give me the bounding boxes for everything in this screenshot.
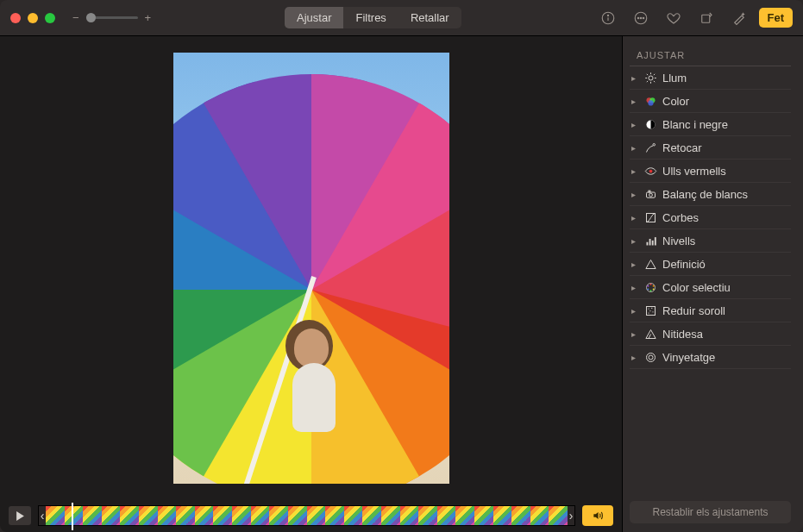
- svg-point-39: [648, 308, 649, 309]
- rotate-icon[interactable]: [693, 7, 719, 29]
- svg-line-44: [649, 334, 651, 338]
- chevron-right-icon: ▸: [631, 283, 638, 292]
- svg-point-5: [640, 17, 642, 19]
- reset-adjustments-button[interactable]: Restablir els ajustaments: [630, 501, 791, 523]
- adjust-label: Vinyetatge: [662, 351, 789, 364]
- svg-point-33: [652, 285, 654, 286]
- adjust-label: Nivells: [662, 235, 789, 247]
- maximize-window-button[interactable]: [45, 13, 55, 23]
- svg-point-4: [637, 17, 639, 19]
- selectivecolor-icon: [643, 280, 657, 294]
- filmstrip[interactable]: ‹ ›: [38, 505, 575, 526]
- trim-handle-left[interactable]: ‹: [39, 506, 46, 525]
- svg-point-21: [653, 143, 656, 146]
- bw-icon: [643, 117, 657, 131]
- svg-line-16: [653, 73, 654, 74]
- adjust-label: Llum: [662, 72, 789, 84]
- svg-point-36: [647, 288, 649, 290]
- chevron-right-icon: ▸: [631, 143, 638, 153]
- svg-point-46: [649, 355, 653, 360]
- adjust-row-redeye[interactable]: ▸Ulls vermells: [630, 160, 791, 183]
- svg-point-24: [649, 193, 652, 197]
- chevron-right-icon: ▸: [631, 236, 638, 246]
- adjust-row-light[interactable]: ▸Llum: [630, 66, 791, 90]
- adjust-label: Blanc i negre: [662, 118, 789, 131]
- color-icon: [643, 94, 657, 108]
- chevron-right-icon: ▸: [631, 190, 638, 199]
- more-icon[interactable]: [628, 7, 654, 29]
- vignette-icon: [643, 350, 657, 364]
- adjust-row-retouch[interactable]: ▸Retocar: [630, 136, 791, 160]
- adjust-row-whitebalance[interactable]: ▸Balanç de blancs: [630, 183, 791, 206]
- adjust-label: Corbes: [662, 211, 789, 224]
- tab-adjust[interactable]: Ajustar: [285, 7, 343, 28]
- adjust-row-curves[interactable]: ▸Corbes: [630, 206, 791, 229]
- done-button[interactable]: Fet: [759, 8, 794, 28]
- curves-icon: [643, 210, 657, 224]
- adjust-panel: AJUSTAR ▸Llum▸Color▸Blanc i negre▸Retoca…: [622, 36, 803, 532]
- canvas-area: ‹ ›: [0, 36, 622, 532]
- zoom-slider[interactable]: [86, 16, 138, 19]
- adjust-label: Definició: [662, 258, 789, 271]
- adjust-label: Color: [662, 95, 789, 108]
- svg-point-35: [649, 290, 651, 291]
- zoom-out-icon[interactable]: −: [72, 11, 79, 24]
- toolbar-right: Fet: [595, 7, 794, 29]
- zoom-in-icon[interactable]: +: [145, 11, 152, 24]
- svg-rect-25: [649, 191, 650, 192]
- filmstrip-frames[interactable]: [46, 506, 568, 525]
- adjust-row-sharpen[interactable]: ▸Nitidesa: [630, 322, 791, 346]
- tab-crop[interactable]: Retallar: [398, 7, 461, 28]
- sharpen-icon: [643, 327, 657, 341]
- chevron-right-icon: ▸: [631, 260, 638, 269]
- retouch-icon: [643, 141, 657, 154]
- svg-point-2: [607, 15, 608, 16]
- adjust-label: Ulls vermells: [662, 165, 789, 178]
- window-controls: [10, 13, 55, 23]
- chevron-right-icon: ▸: [631, 329, 638, 339]
- playhead[interactable]: [72, 503, 73, 530]
- auto-enhance-icon[interactable]: [726, 7, 752, 29]
- svg-point-37: [647, 285, 649, 286]
- adjust-label: Nitidesa: [662, 328, 789, 341]
- photo[interactable]: [173, 53, 449, 484]
- close-window-button[interactable]: [10, 13, 21, 23]
- panel-title: AJUSTAR: [630, 45, 791, 66]
- play-button[interactable]: [9, 506, 31, 525]
- zoom-control: − +: [72, 11, 151, 24]
- adjust-row-noise[interactable]: ▸Reduir soroll: [630, 299, 791, 322]
- favorite-icon[interactable]: [661, 7, 687, 29]
- adjustments-list: ▸Llum▸Color▸Blanc i negre▸Retocar▸Ulls v…: [630, 66, 791, 501]
- adjust-row-bw[interactable]: ▸Blanc i negre: [630, 113, 791, 136]
- audio-button[interactable]: [582, 505, 613, 526]
- trim-handle-right[interactable]: ›: [568, 506, 574, 525]
- adjust-row-color[interactable]: ▸Color: [630, 90, 791, 113]
- adjust-label: Retocar: [662, 141, 789, 154]
- tab-filters[interactable]: Filtres: [343, 7, 398, 28]
- noise-icon: [643, 304, 657, 317]
- svg-line-13: [646, 73, 647, 74]
- chevron-right-icon: ▸: [631, 73, 638, 83]
- svg-line-14: [653, 80, 654, 81]
- chevron-right-icon: ▸: [631, 97, 638, 106]
- chevron-right-icon: ▸: [631, 306, 638, 316]
- svg-point-8: [649, 76, 653, 80]
- zoom-thumb[interactable]: [86, 13, 96, 22]
- adjust-row-levels[interactable]: ▸Nivells: [630, 229, 791, 253]
- svg-point-40: [651, 307, 652, 308]
- adjust-row-vignette[interactable]: ▸Vinyetatge: [630, 346, 791, 369]
- chevron-right-icon: ▸: [631, 120, 638, 129]
- svg-point-22: [649, 169, 652, 172]
- svg-point-19: [648, 100, 653, 105]
- svg-rect-27: [646, 241, 648, 245]
- light-icon: [643, 71, 657, 84]
- adjust-row-selectivecolor[interactable]: ▸Color selectiu: [630, 276, 791, 299]
- minimize-window-button[interactable]: [28, 13, 38, 23]
- adjust-label: Reduir soroll: [662, 304, 789, 317]
- chevron-right-icon: ▸: [631, 166, 638, 176]
- photo-viewport: [0, 36, 622, 499]
- svg-point-45: [646, 353, 655, 361]
- adjust-row-definition[interactable]: ▸Definició: [630, 253, 791, 276]
- svg-point-42: [652, 311, 653, 312]
- info-icon[interactable]: [595, 7, 621, 29]
